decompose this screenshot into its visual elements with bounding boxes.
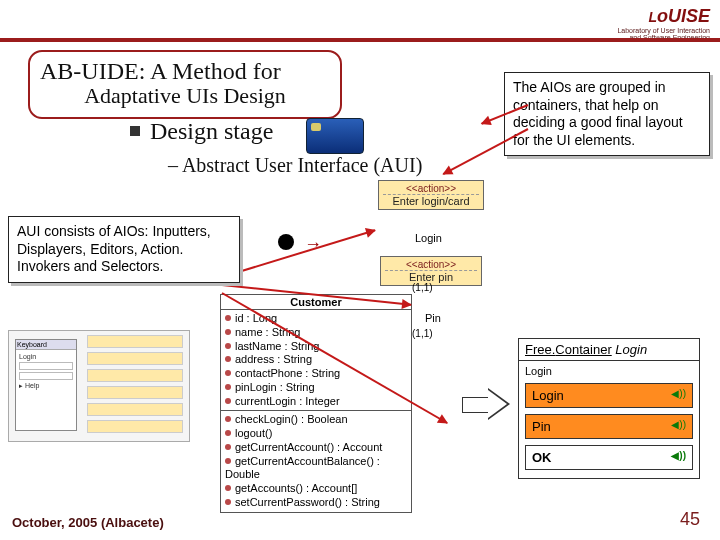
subbullet-aui: – Abstract User Interface (AUI) <box>168 154 422 177</box>
multiplicity-label: (1,1) <box>412 282 433 293</box>
footer-date-location: October, 2005 (Albacete) <box>12 515 164 530</box>
uml-op: setCurrentPassword() : String <box>235 496 380 508</box>
action-body: Enter login/card <box>383 195 479 207</box>
sound-icon: ◀)) <box>671 388 686 399</box>
uml-op: getAccounts() : Account[] <box>235 482 357 494</box>
bullet-design-stage: Design stage <box>130 118 273 145</box>
uml-attributes: id : Long name : String lastName : Strin… <box>221 310 411 411</box>
maps-to-arrow-icon <box>462 388 512 420</box>
multiplicity-label: (1,1) <box>412 328 433 339</box>
button-label: OK <box>532 450 552 465</box>
thumbnail-rows <box>85 331 185 441</box>
brand-tag-1: Laboratory of User Interaction <box>560 27 710 34</box>
slide-title-box: AB-UIDE: A Method for Adaptative UIs Des… <box>28 50 342 119</box>
stereotype-label: <<action>> <box>385 259 477 271</box>
uml-attr: address : String <box>235 353 312 365</box>
layout-thumbnail: Keyboard Login ▸ Help <box>8 330 190 442</box>
free-container-title: Free.Container Login <box>519 339 699 360</box>
callout-aio-grouping: The AIOs are grouped in containers, that… <box>504 72 710 156</box>
thumbnail-window: Keyboard Login ▸ Help <box>15 339 77 431</box>
credit-card-icon <box>306 118 364 154</box>
stereotype-label: <<action>> <box>383 183 479 195</box>
thumbnail-title: Keyboard <box>16 340 76 350</box>
pin-button[interactable]: Pin ◀)) <box>525 414 693 439</box>
thumbnail-label: Login <box>19 353 73 360</box>
brand-text: LoUISE <box>648 6 710 27</box>
free-container-panel: Free.Container Login Login Login ◀)) Pin… <box>518 338 700 479</box>
title-param: Login <box>615 342 647 357</box>
uml-op: logout() <box>235 427 272 439</box>
uml-op: getCurrentAccount() : Account <box>235 441 382 453</box>
inner-label: Login <box>525 365 693 377</box>
uml-op: checkLogin() : Boolean <box>235 413 348 425</box>
action-enter-login: <<action>> Enter login/card <box>378 180 484 210</box>
bullet-text: Design stage <box>150 118 273 144</box>
free-container-body: Login Login ◀)) Pin ◀)) OK ◀)) <box>519 360 699 478</box>
callout-aui-composition: AUI consists of AIOs: Inputters, Display… <box>8 216 240 283</box>
thumbnail-body: Login ▸ Help <box>16 350 76 393</box>
uml-attr: currentLogin : Integer <box>235 395 340 407</box>
label-pin: Pin <box>425 312 441 324</box>
title-line-2: Adaptative UIs Design <box>40 83 330 109</box>
label-login: Login <box>415 232 442 244</box>
divider-bar <box>0 38 720 42</box>
ok-button[interactable]: OK ◀)) <box>525 445 693 470</box>
page-number: 45 <box>680 509 700 530</box>
uml-class-customer: Customer id : Long name : String lastNam… <box>220 294 412 513</box>
uml-attr: pinLogin : String <box>235 381 315 393</box>
sound-icon: ◀)) <box>671 419 686 430</box>
uml-operations: checkLogin() : Boolean logout() getCurre… <box>221 411 411 511</box>
login-button[interactable]: Login ◀)) <box>525 383 693 408</box>
uml-start-node-icon <box>278 234 294 250</box>
uml-attr: contactPhone : String <box>235 367 340 379</box>
button-label: Pin <box>532 419 551 434</box>
thumbnail-label: Help <box>25 382 39 389</box>
arrow-icon <box>222 229 376 278</box>
uml-op: getCurrentAccountBalance() : Double <box>225 455 380 481</box>
brand-logo: LoUISE Laboratory of User Interaction an… <box>560 6 710 41</box>
title-prefix: Free. <box>525 342 555 357</box>
title-word: Container <box>555 342 611 357</box>
title-line-1: AB-UIDE: A Method for <box>40 58 330 85</box>
button-label: Login <box>532 388 564 403</box>
sound-icon: ◀)) <box>671 450 686 461</box>
bullet-square-icon <box>130 126 140 136</box>
